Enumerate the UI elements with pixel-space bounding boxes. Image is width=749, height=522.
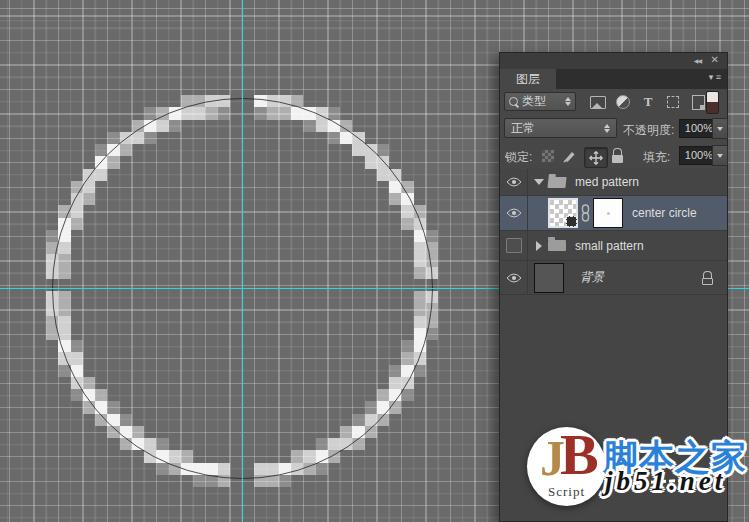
panel-titlebar: ◀◀ ✕: [500, 53, 727, 70]
pattern-pixel: [414, 365, 426, 377]
photoshop-workspace: { "canvas": { "background": "#6a6a6a", "…: [0, 0, 749, 522]
tab-layers[interactable]: 图层: [500, 69, 556, 89]
pattern-pixel: [181, 95, 193, 107]
pattern-pixel: [328, 120, 340, 132]
pattern-pixel: [352, 426, 364, 438]
pattern-pixel: [414, 254, 426, 266]
pattern-pixel: [144, 450, 156, 462]
layer-name[interactable]: med pattern: [575, 175, 639, 189]
layer-row-med-pattern[interactable]: med pattern: [500, 169, 727, 196]
close-panel-icon[interactable]: ✕: [711, 54, 719, 65]
pattern-pixel: [377, 144, 389, 156]
eye-icon: [506, 208, 522, 218]
pattern-pixel: [414, 218, 426, 230]
pattern-pixel: [291, 463, 303, 475]
pattern-pixel: [205, 475, 217, 487]
layer-name[interactable]: 背景: [580, 269, 604, 286]
pattern-pixel: [401, 352, 413, 364]
layer-thumbnail[interactable]: [534, 263, 564, 293]
pattern-pixel: [377, 156, 389, 168]
pattern-pixel: [254, 95, 266, 107]
visibility-toggle[interactable]: [500, 196, 528, 230]
adjustment-layers-filter-icon[interactable]: [613, 92, 633, 112]
lock-all-icon[interactable]: [612, 148, 623, 163]
fill-dropdown-button[interactable]: [712, 145, 728, 166]
lock-image-pixels-icon[interactable]: [562, 148, 578, 163]
lock-transparent-pixels-icon[interactable]: [542, 150, 554, 162]
pattern-pixel: [193, 475, 205, 487]
opacity-dropdown-button[interactable]: [712, 118, 728, 139]
pattern-pixel: [401, 205, 413, 217]
lock-position-icon[interactable]: [584, 147, 608, 168]
visibility-toggle[interactable]: [500, 261, 528, 294]
filter-kind-select[interactable]: 类型: [504, 92, 576, 111]
pattern-pixel: [181, 107, 193, 119]
collapse-panel-icon[interactable]: ◀◀: [694, 57, 701, 64]
visibility-toggle[interactable]: [500, 169, 528, 195]
layer-row-center-circle[interactable]: center circle: [500, 196, 727, 231]
pattern-pixel: [426, 303, 438, 315]
locked-icon: [702, 271, 713, 285]
pattern-pixel: [377, 169, 389, 181]
pattern-pixel: [218, 107, 230, 119]
pattern-pixel: [328, 107, 340, 119]
pattern-pixel: [46, 328, 58, 340]
vertical-guide[interactable]: [242, 0, 243, 522]
pattern-pixel: [205, 463, 217, 475]
layer-name[interactable]: center circle: [632, 206, 697, 220]
pattern-pixel: [83, 377, 95, 389]
shape-layers-filter-icon[interactable]: [663, 92, 683, 112]
pattern-pixel: [328, 450, 340, 462]
pattern-pixel: [169, 120, 181, 132]
pattern-pixel: [120, 426, 132, 438]
pattern-pixel: [58, 303, 70, 315]
smart-object-filter-icon[interactable]: [688, 92, 708, 112]
layer-thumbnail[interactable]: [548, 198, 578, 228]
pattern-pixel: [365, 426, 377, 438]
pattern-pixel: [71, 389, 83, 401]
visibility-toggle[interactable]: [500, 231, 528, 260]
pattern-pixel: [279, 463, 291, 475]
pattern-pixel: [107, 426, 119, 438]
pattern-pixel: [426, 267, 438, 279]
pattern-pixel: [279, 475, 291, 487]
pattern-pixel: [71, 205, 83, 217]
pattern-pixel: [205, 107, 217, 119]
pattern-pixel: [71, 193, 83, 205]
pattern-pixel: [193, 463, 205, 475]
type-layers-filter-icon[interactable]: T: [638, 92, 658, 112]
pattern-pixel: [46, 316, 58, 328]
pattern-pixel: [193, 95, 205, 107]
layer-filtering-toggle[interactable]: [706, 91, 719, 114]
layer-name[interactable]: small pattern: [575, 239, 644, 253]
mask-link-icon[interactable]: [581, 204, 590, 222]
layer-mask-thumbnail[interactable]: [593, 198, 623, 228]
blend-mode-select[interactable]: 正常: [504, 118, 617, 138]
expand-triangle-icon[interactable]: [536, 241, 542, 251]
pattern-pixel: [352, 438, 364, 450]
pixel-layers-filter-icon[interactable]: [588, 92, 608, 112]
pattern-pixel: [58, 205, 70, 217]
pattern-pixel: [156, 120, 168, 132]
open-folder-icon: [547, 177, 566, 188]
collapse-triangle-icon[interactable]: [534, 179, 544, 185]
hidden-eye-well-icon: [506, 238, 522, 253]
lock-label: 锁定:: [505, 149, 532, 166]
blend-mode-value: 正常: [511, 120, 535, 137]
pattern-pixel: [58, 291, 70, 303]
pattern-pixel: [414, 340, 426, 352]
layer-row-small-pattern[interactable]: small pattern: [500, 231, 727, 261]
pattern-pixel: [181, 463, 193, 475]
pattern-pixel: [303, 120, 315, 132]
pattern-pixel: [414, 267, 426, 279]
pattern-pixel: [389, 377, 401, 389]
filter-kind-label: 类型: [522, 93, 546, 110]
panel-menu-icon[interactable]: ▾ ≡: [709, 72, 721, 82]
pattern-pixel: [144, 107, 156, 119]
pattern-pixel: [340, 132, 352, 144]
pattern-pixel: [365, 156, 377, 168]
pattern-pixel: [58, 230, 70, 242]
layer-row-background[interactable]: 背景: [500, 261, 727, 295]
pattern-pixel: [83, 193, 95, 205]
pattern-pixel: [156, 438, 168, 450]
